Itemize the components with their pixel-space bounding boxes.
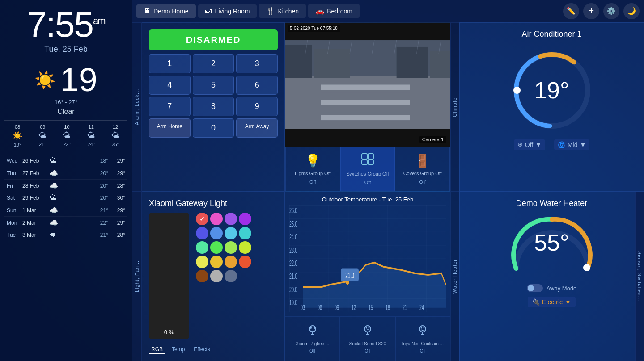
ac-fan-select[interactable]: 🌀 Mid ▼ — [554, 139, 589, 150]
nav-tab-bedroom-label: Bedroom — [327, 8, 352, 15]
color-dot-light-gray[interactable] — [210, 270, 223, 282]
color-dot-navy[interactable] — [196, 227, 208, 239]
chevron-down-icon: ▼ — [535, 141, 542, 148]
key-6[interactable]: 6 — [236, 76, 278, 95]
tuya-name: Iuya Neo Coolcam ... — [402, 341, 444, 347]
lights-group-tile[interactable]: 💡 Lights Group Off Off — [285, 147, 340, 191]
key-7[interactable]: 7 — [149, 97, 191, 116]
color-dot-brown[interactable] — [196, 270, 208, 282]
color-row-4 — [196, 270, 278, 282]
color-picker-title: Xiaomi Gateway Light — [149, 199, 278, 208]
svg-text:15: 15 — [369, 303, 373, 312]
color-dot-orange[interactable] — [225, 256, 237, 268]
key-0[interactable]: 0 — [193, 118, 234, 138]
day-icon-1: ☁️ — [49, 169, 58, 177]
daily-item-0: Wed 26 Feb 🌤 18° 29° — [4, 155, 127, 167]
day-low-1: 20° — [100, 170, 108, 176]
color-dot-gold[interactable] — [210, 256, 223, 268]
svg-rect-9 — [397, 47, 428, 78]
hourly-icon-4: 🌤 — [111, 131, 119, 140]
wh-temperature: 55° — [534, 229, 569, 256]
svg-text:23.0: 23.0 — [289, 246, 297, 255]
day-high-2: 28° — [108, 183, 125, 189]
key-9[interactable]: 9 — [236, 97, 278, 116]
ac-thermostat[interactable]: 19° — [507, 46, 597, 135]
svg-rect-3 — [321, 92, 410, 97]
svg-text:19.0: 19.0 — [289, 298, 297, 307]
day-date-4: 1 Mar — [22, 207, 47, 214]
tuya-icon — [417, 324, 428, 339]
key-4[interactable]: 4 — [149, 76, 191, 95]
nav-tab-living-room-icon: 🛋 — [205, 7, 212, 15]
color-dot-pink[interactable] — [210, 213, 223, 225]
nav-tab-demo-home[interactable]: 🖥 Demo Home — [136, 4, 196, 18]
svg-text:18: 18 — [386, 303, 390, 312]
svg-text:21: 21 — [402, 303, 407, 312]
switches-status: Off — [364, 180, 371, 185]
svg-point-53 — [368, 327, 369, 328]
socket-status: Off — [364, 348, 370, 353]
away-mode-toggle[interactable] — [527, 284, 543, 292]
arm-away-button[interactable]: Arm Away — [236, 118, 278, 138]
bottom-devices-strip: Xiaomi Zigbee ... Off — [285, 316, 450, 361]
color-row-3 — [196, 256, 278, 268]
svg-text:25.0: 25.0 — [289, 220, 297, 228]
add-button[interactable]: + — [583, 3, 599, 19]
wh-thermostat[interactable]: 55° — [507, 210, 597, 282]
color-row-0 — [196, 213, 278, 225]
key-8[interactable]: 8 — [193, 97, 234, 116]
svg-rect-8 — [314, 49, 350, 78]
color-dot-red[interactable] — [196, 213, 208, 225]
nav-tab-demo-home-icon: 🖥 — [144, 7, 151, 15]
edit-button[interactable]: ✏️ — [563, 3, 579, 19]
nav-tab-bedroom[interactable]: 🚗 Bedroom — [308, 4, 360, 18]
moon-button[interactable]: 🌙 — [623, 3, 640, 19]
xiaomi-device-tile[interactable]: Xiaomi Zigbee ... Off — [285, 316, 340, 361]
hourly-icon-0: ☀️ — [13, 131, 22, 141]
key-2[interactable]: 2 — [193, 54, 234, 73]
color-preview[interactable]: 0 % — [149, 213, 189, 339]
hourly-temp-4: 25° — [111, 142, 119, 147]
left-panel: 7:55am Tue, 25 Feb ☀️ 19 16° - 27° Clear… — [0, 0, 132, 361]
arm-home-button[interactable]: Arm Home — [149, 118, 191, 138]
switches-group-tile[interactable]: Switches Group Off Off — [340, 147, 395, 191]
key-3[interactable]: 3 — [236, 54, 278, 73]
color-dot-yellow[interactable] — [196, 256, 208, 268]
color-tab-effects[interactable]: Effects — [191, 345, 212, 354]
color-dot-teal[interactable] — [196, 241, 208, 254]
color-dot-red-orange[interactable] — [239, 256, 251, 268]
key-5[interactable]: 5 — [193, 76, 234, 95]
color-dot-sky[interactable] — [225, 227, 237, 239]
ac-mode-select[interactable]: ❄ Off ▼ — [514, 139, 545, 150]
disarmed-button[interactable]: DISARMED — [149, 29, 278, 50]
tuya-device-tile[interactable]: Iuya Neo Coolcam ... Off — [395, 316, 450, 361]
day-high-3: 30° — [108, 195, 125, 201]
wh-type-select[interactable]: 🔌 Electric ▼ — [528, 297, 576, 307]
day-name-2: Fri — [7, 183, 22, 189]
color-dot-yellow-green[interactable] — [239, 241, 251, 254]
color-dot-green[interactable] — [210, 241, 223, 254]
color-dot-lime[interactable] — [225, 241, 237, 254]
covers-group-tile[interactable]: 🚪 Covers Group Off Off — [395, 147, 450, 191]
svg-text:12: 12 — [352, 303, 356, 312]
content-area: Alarm, Lock... Light, Fan... DISARMED 1 … — [132, 22, 644, 361]
color-tab-rgb[interactable]: RGB — [149, 345, 165, 354]
key-1[interactable]: 1 — [149, 54, 191, 73]
svg-text:09: 09 — [335, 303, 339, 312]
nav-tab-kitchen[interactable]: 🍴 Kitchen — [259, 4, 306, 18]
away-mode-control: Away Mode — [527, 284, 577, 292]
color-dot-purple[interactable] — [225, 213, 237, 225]
hourly-temp-1: 21° — [38, 142, 47, 147]
color-dot-blue-gray[interactable] — [225, 270, 237, 282]
color-dot-violet[interactable] — [239, 213, 251, 225]
water-heater-panel: Demo Water Heater — [459, 192, 644, 361]
svg-point-47 — [310, 327, 312, 329]
content-columns: DISARMED 1 2 3 4 5 6 7 8 9 Arm Home — [142, 22, 644, 361]
color-tab-temp[interactable]: Temp — [169, 345, 187, 354]
color-dot-cyan[interactable] — [239, 227, 251, 239]
svg-text:06: 06 — [318, 303, 322, 312]
socket-device-tile[interactable]: Socket Sonoff S20 Off — [340, 316, 395, 361]
nav-tab-living-room[interactable]: 🛋 Living Room — [198, 4, 257, 18]
settings-button[interactable]: ⚙️ — [603, 3, 619, 19]
color-dot-blue[interactable] — [210, 227, 223, 239]
